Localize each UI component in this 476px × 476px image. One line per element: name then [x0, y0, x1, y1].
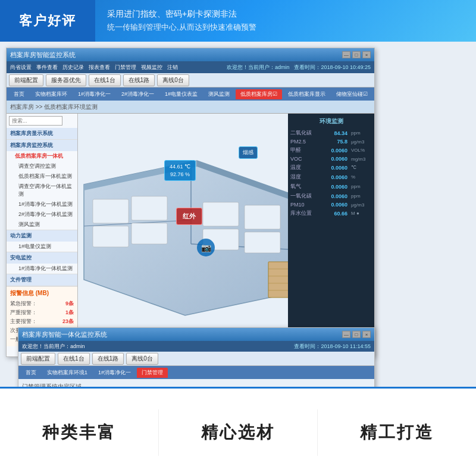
camera-icon[interactable]: 📷 [197, 239, 215, 256]
nav-tab-lowgrade[interactable]: 低质档案库房☑ [236, 89, 282, 99]
sidebar-item-electric[interactable]: 1#电量仪监测 [7, 242, 77, 252]
toolbar-btn-server[interactable]: 服务器优先 [46, 74, 86, 86]
quick-nav-item-report[interactable]: 报表查看 [89, 64, 110, 71]
sidebar-section-monitor: 档案库房监控系统 低质档案库房一体机 调查空调控监测 低质档案库一体机监测 调查… [7, 140, 77, 230]
win2-tab-sterile[interactable]: 1#消毒净化一 [93, 368, 136, 378]
env-value-waterlevel: 60.66 [327, 211, 347, 217]
env-unit-pm25: μg/m3 [351, 139, 372, 145]
env-unit-formaldehyde: VOL% [351, 148, 372, 153]
banner-text-area: 采用进门指纹、密码+刷卡探测非法 统一传输到管理中心,从而达到快速准确预警 [95, 4, 476, 37]
nav-tabs-bar: 首页 实物档案库环 1#消毒净化一 2#消毒净化一 1#电量仪表监 测风监测 低… [7, 87, 374, 101]
win2-toolbar-btn-line[interactable]: 在线1路 [92, 353, 124, 365]
sidebar-section-display: 档案库房显示系统 [7, 128, 77, 140]
env-unit-waterlevel: M ● [351, 211, 372, 216]
main-view: 44.61 ℃ 92.76 % 红外 烟感 📷 ► [78, 114, 374, 356]
env-label-humidity: 湿度 [290, 173, 323, 181]
svg-rect-13 [245, 232, 280, 253]
nav-tab-lowgrade-display[interactable]: 低质档案库显示 [283, 89, 330, 99]
toolbar-btn-offline[interactable]: 离线0台 [157, 74, 189, 86]
win2-tab-door[interactable]: 门禁管理 [137, 368, 168, 378]
toolbar-btn-online-line[interactable]: 在线1路 [123, 74, 155, 86]
sidebar-item-sterile1[interactable]: 1#消毒净化一体机监测 [7, 199, 77, 209]
nav-tab-home[interactable]: 首页 [9, 89, 29, 99]
minimize-button[interactable]: — [342, 51, 350, 58]
env-row-voc: VOC 0.0060 mg/m3 [290, 156, 372, 162]
toolbar-btn-frontend[interactable]: 前端配置 [9, 74, 43, 86]
env-value-voc: 0.0060 [327, 156, 347, 162]
sidebar-item-security-sterile[interactable]: 1#消毒净化一体机监测 [7, 264, 77, 274]
env-label-temp: 温度 [290, 164, 323, 171]
floor-plan-svg [78, 114, 298, 356]
env-value-co: 0.0060 [327, 193, 347, 199]
search-box[interactable] [9, 116, 62, 126]
sensor-temp-humidity[interactable]: 44.61 ℃ 92.76 % [164, 160, 196, 181]
env-unit-humidity: % [351, 174, 372, 180]
sidebar-item-lowgrade-allinone[interactable]: 低质档案库一体机监测 [7, 171, 77, 181]
quick-nav-item-logout[interactable]: 注销 [167, 64, 178, 71]
alert-count-urgent: 9条 [65, 300, 74, 308]
sidebar-header-security[interactable]: 安电监控 [7, 252, 77, 264]
quick-nav-item-video[interactable]: 视频监控 [141, 64, 162, 71]
nav-tab-storage[interactable]: 储物室仙碰☑ [331, 89, 372, 99]
action-bar: 档案库房 >> 低质档案库环境监测 [7, 101, 374, 114]
quick-nav-item-events[interactable]: 事件查看 [36, 64, 58, 71]
sidebar-header-display[interactable]: 档案库房显示系统 [7, 128, 77, 139]
nav-tab-datasec[interactable]: 数据安全监测 [374, 89, 374, 99]
search-input[interactable] [12, 118, 60, 124]
sidebar-header-monitor[interactable]: 档案库房监控系统 [7, 140, 77, 151]
win2-tab-physical[interactable]: 实物档案库环境1 [42, 368, 92, 378]
window2-controls[interactable]: — □ × [342, 331, 371, 338]
env-unit-oxygen: ppm [351, 184, 372, 189]
quick-nav-item-door[interactable]: 门禁管理 [115, 64, 136, 71]
window1-controls[interactable]: — □ × [342, 51, 371, 58]
win2-toolbar-btn-online[interactable]: 在线1台 [58, 353, 90, 365]
quick-nav-item-history[interactable]: 历史记录 [62, 64, 84, 71]
toolbar-btn-online[interactable]: 在线1台 [89, 74, 121, 86]
env-row-oxygen: 氧气 0.0060 ppm [290, 183, 372, 190]
alert-row-urgent: 紧急报警： 9条 [10, 299, 74, 308]
window2-title: 档案库房智能一体化监控系统 [22, 330, 342, 339]
win2-toolbar-btn-offline[interactable]: 离线0台 [126, 353, 158, 365]
sidebar-item-wind[interactable]: 测风监测 [7, 220, 77, 230]
sidebar-header-power[interactable]: 动力监测 [7, 230, 77, 242]
window1-title: 档案库房智能监控系统 [10, 51, 342, 60]
env-label-pm10: PM10 [290, 202, 323, 208]
maximize-button[interactable]: □ [352, 51, 361, 58]
alert-header: 报警信息 (MB) [10, 289, 74, 298]
window1-titlebar: 档案库房智能监控系统 — □ × [7, 48, 374, 61]
sensor-smoke[interactable]: 烟感 [239, 146, 258, 159]
win2-maximize-button[interactable]: □ [352, 331, 361, 338]
alert-label-major: 主要报警： [10, 318, 37, 325]
win2-minimize-button[interactable]: — [342, 331, 350, 338]
svg-rect-6 [93, 199, 129, 223]
nav-tab-wind[interactable]: 测风监测 [203, 89, 234, 99]
alert-label-urgent: 紧急报警： [10, 300, 37, 308]
env-label-co2: 二氧化碳 [290, 129, 323, 137]
window2-titlebar: 档案库房智能一体化监控系统 — □ × [18, 328, 374, 341]
window2-nav-tabs: 首页 实物档案库环境1 1#消毒净化一 门禁管理 [18, 366, 374, 379]
main-content-area: 档案库房显示系统 档案库房监控系统 低质档案库房一体机 调查空调控监测 低质档案… [7, 114, 374, 356]
sidebar-item-ac-purifier[interactable]: 调查空调净化一体机监测 [7, 181, 77, 199]
bottom-item-craft: 精工打造 [318, 409, 476, 456]
sidebar-item-sterile2[interactable]: 2#消毒净化一体机监测 [7, 209, 77, 220]
close-button[interactable]: × [362, 51, 371, 58]
sidebar-item-ac-monitor[interactable]: 调查空调控监测 [7, 161, 77, 171]
win2-tab-home[interactable]: 首页 [21, 368, 41, 378]
alert-count-serious: 1条 [65, 309, 74, 317]
window2-toolbar: 前端配置 在线1台 在线1路 离线0台 [18, 352, 374, 366]
brand-text: 客户好评 [19, 12, 76, 30]
env-value-humidity: 0.0060 [327, 174, 347, 180]
nav-tab-sterile1[interactable]: 1#消毒净化一 [73, 89, 115, 99]
win2-close-button[interactable]: × [362, 331, 371, 338]
sidebar-item-lowgrade-integrated[interactable]: 低质档案库房一体机 [7, 151, 77, 161]
window2-content: 门禁管理系统内容区域 [18, 379, 374, 387]
nav-tab-sterile2[interactable]: 2#消毒净化一 [117, 89, 159, 99]
sidebar-header-files[interactable]: 文件管理 [7, 274, 77, 286]
nav-tab-physical[interactable]: 实物档案库环 [30, 89, 72, 99]
nav-tab-electric[interactable]: 1#电量仪表监 [160, 89, 202, 99]
win2-toolbar-btn-frontend[interactable]: 前端配置 [21, 353, 55, 365]
sensor-infrared-label: 红外 [183, 212, 196, 220]
sensor-infrared[interactable]: 红外 [176, 208, 202, 225]
quick-nav-item-settings[interactable]: 尚省设置 [10, 64, 32, 71]
alert-row-serious: 严重报警： 1条 [10, 308, 74, 317]
